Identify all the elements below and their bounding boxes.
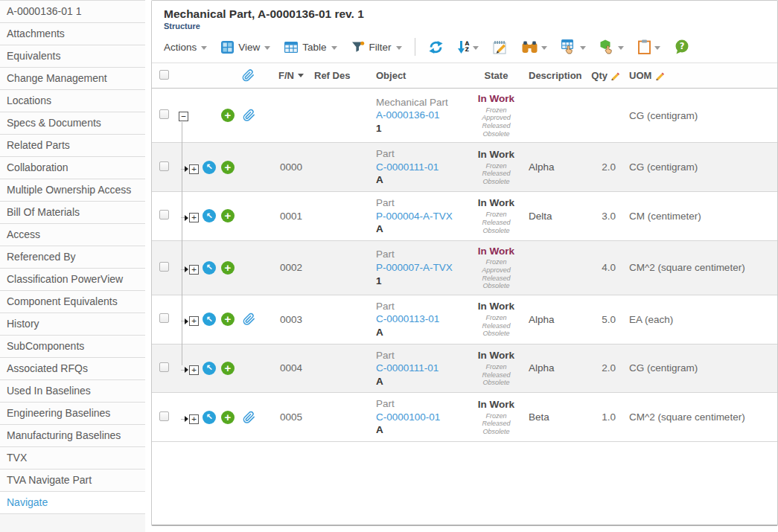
row-checkbox[interactable] bbox=[159, 109, 169, 119]
sidebar-item[interactable]: TVX bbox=[0, 447, 145, 469]
sort-button[interactable]: AZ bbox=[458, 41, 479, 54]
attachment-icon[interactable] bbox=[243, 313, 255, 326]
expand-toggle-icon[interactable]: + bbox=[181, 164, 199, 174]
sidebar-item[interactable]: Component Equivalents bbox=[0, 291, 145, 313]
row-checkbox[interactable] bbox=[159, 362, 169, 372]
sidebar-item[interactable]: SubComponents bbox=[0, 336, 145, 358]
uom-value: CG (centigram) bbox=[625, 358, 777, 378]
sidebar-item[interactable]: Access bbox=[0, 224, 145, 246]
navigate-part-icon[interactable]: ↖ bbox=[203, 313, 216, 326]
edit-button[interactable] bbox=[493, 40, 508, 54]
view-label: View bbox=[238, 42, 260, 53]
sidebar-item[interactable]: Equivalents bbox=[0, 45, 145, 68]
expand-toggle-icon[interactable]: + bbox=[181, 213, 199, 222]
binoculars-search-icon bbox=[522, 41, 538, 54]
description-value: Delta bbox=[524, 206, 591, 226]
expand-toggle-icon[interactable]: + bbox=[181, 265, 199, 275]
table-body: − + ↖ + Mechanical Part A-0000136-01 1 I… bbox=[152, 89, 777, 525]
sidebar-item[interactable]: Classification PowerView bbox=[0, 269, 145, 291]
navigate-part-icon[interactable]: ↖ bbox=[203, 209, 216, 222]
table-label: Table bbox=[302, 42, 326, 53]
fn-value: 0004 bbox=[271, 358, 314, 378]
apply-select-button[interactable] bbox=[600, 39, 624, 54]
description-value: Alpha bbox=[524, 310, 591, 330]
add-component-icon[interactable]: + bbox=[221, 261, 235, 275]
edit-pencil-icon[interactable] bbox=[610, 71, 620, 80]
select-all-checkbox[interactable] bbox=[159, 70, 169, 80]
table-select-button[interactable] bbox=[561, 39, 586, 54]
edit-pencil-icon[interactable] bbox=[655, 71, 665, 80]
add-component-icon[interactable]: + bbox=[221, 362, 235, 375]
object-number-link[interactable]: P-000004-A-TVX bbox=[376, 211, 453, 222]
sidebar-item[interactable]: Multiple Ownership Access bbox=[0, 179, 145, 202]
row-checkbox[interactable] bbox=[159, 313, 169, 323]
row-checkbox[interactable] bbox=[159, 262, 169, 272]
uom-value: CM^2 (square centimeter) bbox=[625, 257, 777, 278]
object-revision: A bbox=[376, 173, 468, 187]
refresh-button[interactable] bbox=[428, 41, 444, 54]
navigate-part-icon[interactable]: ↖ bbox=[203, 161, 216, 174]
expand-toggle-icon[interactable]: + bbox=[181, 414, 199, 424]
edit-notepad-icon bbox=[493, 40, 508, 54]
sidebar-item[interactable]: Bill Of Materials bbox=[0, 202, 145, 224]
qty-value bbox=[591, 111, 625, 120]
row-checkbox[interactable] bbox=[159, 210, 169, 219]
expand-toggle-icon[interactable]: + bbox=[181, 316, 199, 326]
state-value: In Work bbox=[468, 301, 524, 313]
table-menu-button[interactable]: Table bbox=[284, 42, 337, 53]
object-number-link[interactable]: C-0000113-01 bbox=[376, 313, 439, 324]
row-checkbox[interactable] bbox=[159, 161, 169, 171]
page-subtitle: Structure bbox=[164, 22, 765, 31]
object-number-link[interactable]: C-0000111-01 bbox=[376, 362, 439, 374]
state-value: In Work bbox=[468, 399, 524, 411]
sidebar-item[interactable]: Attachments bbox=[0, 23, 145, 45]
sidebar-item[interactable]: Locations bbox=[0, 90, 145, 112]
sidebar-item[interactable]: Related Parts bbox=[0, 135, 145, 157]
object-number-link[interactable]: A-0000136-01 bbox=[376, 109, 440, 121]
view-grid-icon bbox=[221, 41, 234, 54]
add-component-icon[interactable]: + bbox=[221, 209, 235, 222]
object-type: Part bbox=[376, 248, 468, 261]
find-button[interactable] bbox=[522, 41, 547, 54]
attachment-icon[interactable] bbox=[243, 411, 255, 423]
sidebar-item[interactable]: Associated RFQs bbox=[0, 358, 145, 380]
clipboard-button[interactable] bbox=[638, 39, 660, 54]
help-button[interactable]: ? bbox=[675, 39, 689, 54]
panel-gap bbox=[145, 0, 151, 532]
uom-value: EA (each) bbox=[625, 310, 777, 330]
sidebar-item[interactable]: Referenced By bbox=[0, 246, 145, 269]
sort-direction-icon bbox=[298, 74, 304, 77]
sidebar-item[interactable]: Collaboration bbox=[0, 157, 145, 179]
sidebar-item[interactable]: A-0000136-01 1 bbox=[0, 1, 145, 23]
expand-toggle-icon[interactable]: + bbox=[181, 365, 199, 375]
sidebar-item[interactable]: Change Management bbox=[0, 68, 145, 90]
navigate-part-icon[interactable]: ↖ bbox=[203, 411, 216, 424]
sidebar-item[interactable]: Specs & Documents bbox=[0, 112, 145, 135]
sidebar-item[interactable]: Engineering Baselines bbox=[0, 403, 145, 425]
sidebar-item[interactable]: TVA Navigate Part bbox=[0, 469, 145, 492]
add-component-icon[interactable]: + bbox=[221, 109, 235, 122]
sidebar-item[interactable]: Navigate bbox=[0, 492, 145, 514]
object-number-link[interactable]: C-0000100-01 bbox=[376, 411, 440, 423]
add-component-icon[interactable]: + bbox=[221, 313, 235, 326]
fn-column-header[interactable]: F/N bbox=[271, 70, 314, 81]
sidebar-item[interactable]: History bbox=[0, 313, 145, 336]
collapse-toggle-icon[interactable]: − bbox=[179, 112, 188, 121]
table-row: − + ↖ + 0002 Part P-000007-A-TVX 1 In Wo… bbox=[152, 241, 777, 295]
attachment-icon[interactable] bbox=[243, 109, 255, 122]
sidebar-item[interactable]: Manufacturing Baselines bbox=[0, 425, 145, 447]
navigate-part-icon[interactable]: ↖ bbox=[203, 362, 216, 375]
actions-menu-button[interactable]: Actions bbox=[164, 42, 207, 53]
object-number-link[interactable]: P-000007-A-TVX bbox=[376, 262, 453, 273]
row-checkbox[interactable] bbox=[159, 411, 169, 421]
navigate-part-icon[interactable]: ↖ bbox=[203, 261, 216, 275]
view-menu-button[interactable]: View bbox=[221, 41, 270, 54]
state-substates: FrozenReleasedObsolete bbox=[468, 363, 524, 387]
object-number-link[interactable]: C-0000111-01 bbox=[376, 161, 439, 173]
add-component-icon[interactable]: + bbox=[221, 411, 235, 424]
paperclip-icon bbox=[242, 69, 255, 82]
object-type: Part bbox=[376, 349, 468, 362]
sidebar-item[interactable]: Used In Baselines bbox=[0, 380, 145, 403]
filter-menu-button[interactable]: Filter bbox=[351, 41, 402, 53]
add-component-icon[interactable]: + bbox=[221, 161, 235, 174]
